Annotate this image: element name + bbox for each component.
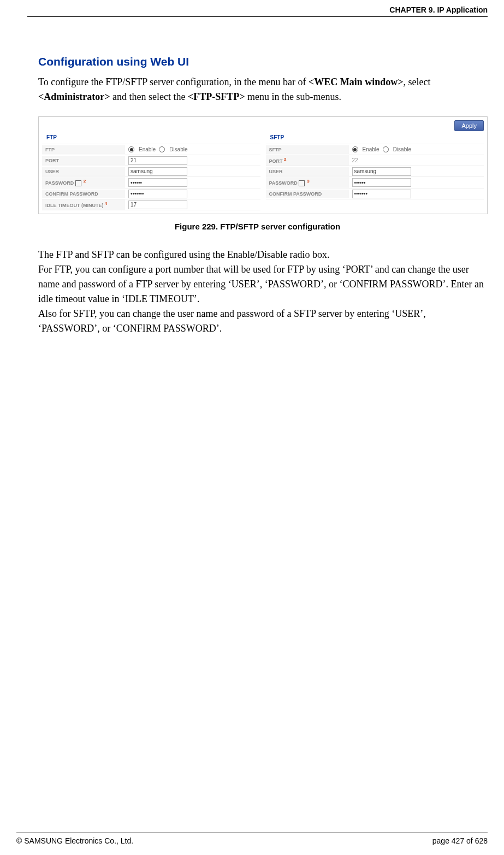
figure-caption: Figure 229. FTP/SFTP server configuratio… [27,222,488,231]
body-paragraph-3: Also for SFTP, you can change the user n… [38,306,488,336]
ftp-idle-input[interactable] [128,201,187,209]
label-text: PASSWORD [45,180,74,186]
page-header: CHAPTER 9. IP Application [27,5,488,17]
ftp-enable-label: FTP [42,145,125,154]
ftp-panel: FTP FTP Enable Disable PORT USER [42,134,260,210]
sftp-disable-radio[interactable] [383,146,389,152]
ftp-password-check[interactable] [75,180,81,186]
administrator-ref: <Administrator> [38,91,110,102]
copyright-text: © SAMSUNG Electronics Co., Ltd. [16,836,133,845]
ftp-port-input[interactable] [128,156,187,165]
sftp-password-check[interactable] [299,180,305,186]
sftp-user-input[interactable] [352,167,411,176]
body-paragraph-1: The FTP and SFTP can be configured using… [38,247,488,262]
enable-text: Enable [363,146,380,152]
footnote-3: 3 [307,179,309,184]
label-text: PORT [269,158,283,164]
disable-text: Disable [393,146,411,152]
sftp-password-label: PASSWORD 3 [266,177,349,188]
ftp-password-input[interactable] [128,178,187,187]
page-footer: © SAMSUNG Electronics Co., Ltd. page 427… [16,833,488,845]
ftp-idle-label: IDLE TIMEOUT (MINUTE)4 [42,199,125,210]
ftp-user-label: USER [42,167,125,176]
ftp-panel-title: FTP [46,134,57,140]
enable-text: Enable [139,146,156,152]
ftp-sftp-config-figure: Apply FTP FTP Enable Disable PORT US [38,116,488,214]
ftp-sftp-ref: <FTP-SFTP> [188,91,245,102]
intro-paragraph: To configure the FTP/SFTP server configu… [38,75,488,104]
sftp-panel: SFTP SFTP Enable Disable PORT 2 22 USER [266,134,484,210]
sftp-confirm-label: CONFIRM PASSWORD [266,190,349,198]
disable-text: Disable [169,146,187,152]
intro-text: and then select the [110,91,188,102]
sftp-port-value: 22 [352,157,358,163]
intro-text: , select [404,76,431,87]
wec-main-window-ref: <WEC Main window> [309,76,404,87]
footnote-2: 2 [84,179,86,184]
section-title: Configuration using Web UI [38,55,488,68]
sftp-user-label: USER [266,167,349,176]
ftp-port-label: PORT [42,156,125,165]
ftp-confirm-input[interactable] [128,190,187,198]
sftp-password-input[interactable] [352,178,411,187]
ftp-password-label: PASSWORD 2 [42,177,125,188]
sftp-enable-radio[interactable] [352,146,358,152]
sftp-confirm-input[interactable] [352,190,411,198]
label-text: IDLE TIMEOUT (MINUTE) [45,203,104,208]
intro-text: To configure the FTP/SFTP server configu… [38,76,309,87]
intro-text: menu in the sub-menus. [245,91,341,102]
sftp-enable-label: SFTP [266,145,349,154]
ftp-enable-radio[interactable] [128,146,134,152]
sftp-port-label: PORT 2 [266,155,349,166]
label-text: PASSWORD [269,180,298,186]
apply-button[interactable]: Apply [454,120,484,131]
ftp-user-input[interactable] [128,167,187,176]
footnote-4: 4 [105,201,107,206]
page-number: page 427 of 628 [432,836,488,845]
body-paragraph-2: For FTP, you can configure a port number… [38,262,488,306]
ftp-confirm-label: CONFIRM PASSWORD [42,190,125,198]
footnote-2b: 2 [284,157,286,162]
sftp-panel-title: SFTP [270,134,284,140]
ftp-disable-radio[interactable] [159,146,165,152]
